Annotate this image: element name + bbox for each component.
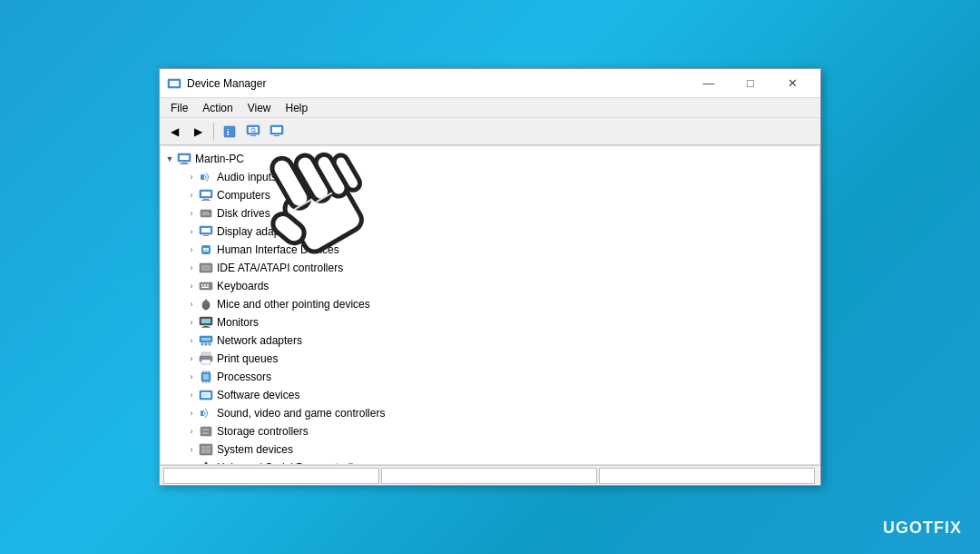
status-bar [160,465,820,485]
system-expand-icon: › [186,444,197,455]
svg-rect-58 [201,358,205,359]
forward-button[interactable]: ▶ [187,121,209,143]
print-icon [199,351,213,366]
tree-item-usb[interactable]: › Universal Serial Bus controllers [161,459,819,465]
menu-help[interactable]: Help [279,100,316,116]
tree-item-disk[interactable]: › Disk drives [161,204,819,223]
computers-icon [199,188,213,203]
window-controls: — □ ✕ [688,69,813,98]
svg-rect-51 [201,338,211,341]
network-expand-icon: › [186,335,197,346]
svg-rect-38 [204,284,206,286]
display-label: Display adapters [217,225,298,238]
usb-icon [199,460,213,465]
svg-rect-49 [201,327,211,328]
svg-rect-12 [274,135,279,136]
svg-rect-47 [201,319,211,323]
keyboard-icon [199,279,213,293]
tree-item-sound[interactable]: › Sound, video and game controllers [161,404,819,422]
hid-expand-icon: › [186,244,197,255]
svg-rect-26 [201,228,211,232]
computers-label: Computers [217,189,270,202]
app-icon [167,76,181,91]
tree-item-processors[interactable]: › Processors [161,368,819,386]
svg-rect-15 [181,163,187,163]
update-button[interactable] [266,121,288,143]
svg-point-76 [209,432,211,434]
tree-item-print[interactable]: › Print queues [161,350,819,368]
tree-item-audio[interactable]: › Audio inputs and outputs [161,168,819,186]
monitor-icon [199,315,213,330]
window-title: Device Manager [187,77,688,90]
audio-expand-icon: › [186,172,197,183]
svg-rect-74 [202,432,210,434]
tree-item-hid[interactable]: › Human Interface Devices [161,241,819,259]
sound-expand-icon: › [186,408,197,419]
tree-item-system[interactable]: › System devices [161,440,819,459]
proc-icon [199,370,213,384]
svg-rect-68 [201,392,211,398]
svg-rect-31 [203,250,209,251]
device-tree[interactable]: ▼ Martin-PC › Audio input [160,145,820,465]
maximize-button[interactable]: □ [730,69,771,98]
minimize-button[interactable]: — [688,69,730,98]
back-button[interactable]: ◀ [163,121,185,143]
svg-rect-40 [201,287,209,289]
tree-item-mice[interactable]: › Mice and other pointing devices [161,295,819,313]
disk-expand-icon: › [186,208,197,219]
sound-label: Sound, video and game controllers [217,407,385,420]
svg-point-54 [209,343,211,346]
tree-item-storage[interactable]: › Storage controllers [161,422,819,440]
print-label: Print queues [217,352,278,365]
scan-button[interactable] [242,121,264,143]
tree-item-computers[interactable]: › Computers [161,186,819,204]
svg-text:i: i [227,128,230,137]
status-segment-3 [599,468,815,484]
svg-rect-57 [201,360,211,364]
keyboards-expand-icon: › [186,281,197,292]
display-expand-icon: › [186,226,197,237]
svg-rect-37 [201,284,203,286]
monitors-expand-icon: › [186,317,197,328]
svg-rect-72 [201,427,211,436]
software-label: Software devices [217,389,299,401]
processors-expand-icon: › [186,371,197,382]
menu-action[interactable]: Action [195,100,240,116]
menu-view[interactable]: View [240,100,279,116]
title-bar: Device Manager — □ ✕ [160,69,820,98]
storage-expand-icon: › [186,426,197,437]
tree-item-software[interactable]: › Software devices [161,386,819,404]
system-icon [199,442,213,457]
svg-point-52 [201,343,204,346]
svg-rect-48 [203,326,209,327]
storage-label: Storage controllers [217,425,309,438]
properties-button[interactable]: i [219,121,240,143]
svg-rect-73 [202,429,210,430]
tree-item-monitors[interactable]: › Monitors [161,313,819,331]
tree-item-network[interactable]: › Network adapters [161,331,819,350]
tree-item-display[interactable]: › Display adapters [161,223,819,241]
menu-file[interactable]: File [163,100,195,116]
print-expand-icon: › [186,353,197,364]
sound-icon [199,406,213,420]
close-button[interactable]: ✕ [771,69,813,98]
menu-bar: File Action View Help [160,98,820,118]
monitors-label: Monitors [217,316,259,329]
mice-expand-icon: › [186,299,197,310]
tree-item-ide[interactable]: › IDE ATA/ATAPI controllers [161,259,819,277]
svg-rect-19 [201,192,211,196]
svg-rect-36 [200,282,212,290]
svg-rect-3 [224,126,235,137]
svg-point-53 [205,343,208,346]
svg-rect-21 [201,200,211,201]
svg-rect-60 [203,374,209,380]
svg-rect-1 [170,81,179,86]
display-icon [199,224,213,239]
tree-root[interactable]: ▼ Martin-PC [161,150,819,168]
computers-expand-icon: › [186,190,197,201]
toolbar: ◀ ▶ i [160,118,820,145]
watermark: UGOTFIX [883,519,962,538]
tree-item-keyboards[interactable]: › Keyboards [161,277,819,295]
svg-rect-17 [201,174,204,180]
mice-icon [199,297,213,312]
